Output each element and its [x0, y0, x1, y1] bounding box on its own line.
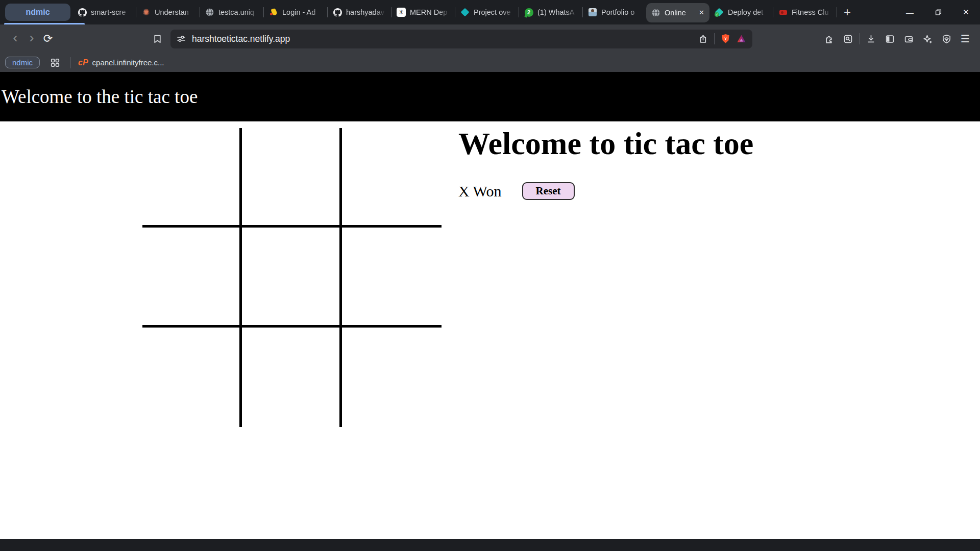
bottom-taskbar-strip	[0, 539, 980, 551]
bookmark-icon	[153, 34, 162, 44]
downloads-button[interactable]	[863, 31, 878, 47]
new-tab-button[interactable]: +	[837, 0, 857, 24]
site-header-title: Welcome to the tic tac toe	[0, 86, 198, 108]
tab-strip: ndmic smart-scre ✺ Understan testca.uniq…	[0, 0, 980, 24]
reset-button[interactable]: Reset	[522, 182, 575, 200]
plus-icon: +	[844, 5, 851, 19]
window-controls: — ✕	[896, 0, 980, 24]
search-box-icon	[843, 34, 853, 44]
tab-online-active[interactable]: Online ✕	[646, 3, 709, 22]
board-cell[interactable]	[142, 128, 242, 228]
diamond-icon	[460, 8, 470, 17]
bookmarks-separator	[70, 57, 71, 68]
back-button[interactable]: ‹	[7, 31, 23, 47]
board-cell[interactable]	[342, 228, 442, 327]
tab-label: Online	[665, 9, 694, 17]
toolbar-separator	[859, 33, 860, 44]
share-icon[interactable]	[698, 34, 708, 44]
board-cell[interactable]	[342, 128, 442, 228]
tab-mern-deploy[interactable]: ✳ MERN Dep	[391, 0, 455, 24]
minimize-button[interactable]: —	[896, 0, 924, 24]
leo-ai-button[interactable]	[920, 31, 935, 47]
board-cell[interactable]	[242, 128, 341, 228]
chevron-right-icon: ›	[29, 31, 34, 45]
close-window-button[interactable]: ✕	[952, 0, 980, 24]
tictactoe-board	[142, 128, 442, 427]
site-settings-icon[interactable]	[177, 34, 186, 43]
navigation-bar: ‹ › ⟳ harshtoetictac.netlify.app	[0, 24, 980, 53]
reload-icon: ⟳	[43, 32, 53, 45]
tab-login-admin[interactable]: Login - Ad	[264, 0, 327, 24]
hamburger-icon: ☰	[961, 33, 970, 45]
tab-label: testca.uniq	[218, 8, 259, 16]
address-bar-separator	[714, 33, 715, 44]
extensions-button[interactable]	[821, 31, 837, 47]
claude-icon: ✺	[141, 8, 151, 17]
apps-grid-icon	[50, 58, 60, 68]
search-panel-button[interactable]	[840, 31, 855, 47]
page-content: Welcome to tic tac toe X Won Reset	[0, 121, 980, 539]
tab-label: Login - Ad	[282, 8, 323, 16]
whatsapp-badge: 2	[525, 8, 533, 17]
bookmark-this-tab-button[interactable]	[149, 31, 165, 47]
tab-fitness-club[interactable]: Fitness Clu	[773, 0, 837, 24]
tab-harshyadav[interactable]: harshyadav	[328, 0, 391, 24]
brave-shield-icon[interactable]	[721, 34, 730, 44]
board-cell[interactable]	[142, 228, 242, 327]
tab-label: MERN Dep	[410, 8, 451, 16]
address-bar[interactable]: harshtoetictac.netlify.app	[170, 30, 752, 48]
wallet-icon	[904, 34, 914, 44]
tab-close-icon[interactable]: ✕	[698, 9, 705, 16]
bookmarks-bar: ndmic cP cpanel.infinityfree.c...	[0, 53, 980, 72]
vpn-button[interactable]	[939, 31, 954, 47]
tab-label: Understan	[155, 8, 195, 16]
sidebar-icon	[885, 34, 895, 44]
tab-label: harshyadav	[346, 8, 387, 16]
bookmark-group-label: ndmic	[12, 58, 33, 67]
tab-portfolio[interactable]: Portfolio o	[583, 0, 646, 24]
tab-testca[interactable]: testca.uniq	[200, 0, 263, 24]
page-title: Welcome to tic tac toe	[458, 126, 846, 162]
tab-understan[interactable]: ✺ Understan	[136, 0, 200, 24]
tab-label: (1) WhatsA	[537, 8, 578, 16]
tab-deploy-details[interactable]: ✓ Deploy det	[709, 0, 773, 24]
wallet-button[interactable]	[901, 31, 916, 47]
board-cell[interactable]	[242, 228, 341, 327]
tab-label: smart-scre	[91, 8, 132, 16]
download-icon	[866, 34, 876, 44]
fitness-icon	[778, 8, 788, 17]
tab-smart-scre[interactable]: smart-scre	[72, 0, 136, 24]
board-cell[interactable]	[242, 328, 341, 427]
game-panel: Welcome to tic tac toe X Won Reset	[458, 126, 846, 200]
toolbar-right: ☰	[821, 31, 973, 47]
sidebar-button[interactable]	[882, 31, 897, 47]
whatsapp-icon: 2	[524, 8, 533, 17]
forward-button[interactable]: ›	[23, 31, 40, 47]
menu-button[interactable]: ☰	[958, 31, 973, 47]
sparkle-icon	[923, 34, 933, 44]
globe-icon	[205, 8, 214, 17]
chatgpt-icon: ✳	[397, 8, 406, 17]
brave-rewards-icon[interactable]	[737, 34, 746, 43]
cpanel-icon: cP	[78, 58, 88, 67]
tab-whatsapp[interactable]: 2 (1) WhatsA	[519, 0, 582, 24]
apps-grid-button[interactable]	[47, 55, 63, 71]
github-icon	[78, 8, 87, 17]
reload-button[interactable]: ⟳	[40, 31, 56, 47]
board-cell[interactable]	[342, 328, 442, 427]
tab-label: Portfolio o	[601, 8, 642, 16]
tab-project-overview[interactable]: Project ove	[455, 0, 519, 24]
game-status-text: X Won	[458, 183, 502, 200]
site-header-banner: Welcome to the tic tac toe	[0, 72, 980, 121]
restore-button[interactable]	[924, 0, 952, 24]
board-cell[interactable]	[142, 328, 242, 427]
url-text[interactable]: harshtoetictac.netlify.app	[192, 34, 698, 44]
bookmark-cpanel[interactable]: cP cpanel.infinityfree.c...	[78, 58, 164, 67]
vpn-shield-icon	[942, 34, 951, 44]
tab-label: Project ove	[474, 8, 514, 16]
tab-label: Deploy det	[728, 8, 769, 16]
avatar-icon	[588, 8, 597, 17]
bookmark-group-chip-ndmic[interactable]: ndmic	[5, 57, 40, 68]
hand-icon	[269, 8, 278, 17]
tab-group-chip-ndmic[interactable]: ndmic	[5, 4, 70, 21]
